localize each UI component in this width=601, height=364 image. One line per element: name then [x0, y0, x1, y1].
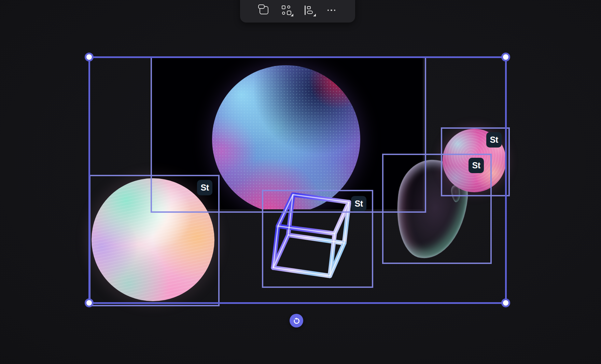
selection-handle-top-left[interactable] [85, 53, 94, 61]
selection-handle-bottom-left[interactable] [85, 298, 94, 307]
selection-outer-box [88, 56, 507, 304]
stock-badge: St [351, 196, 366, 211]
floating-toolbar [240, 0, 355, 23]
frame-tool-button[interactable] [256, 3, 272, 17]
rotate-button[interactable] [290, 314, 303, 327]
editor-canvas: St St St St [0, 0, 601, 364]
stock-badge: St [197, 180, 212, 195]
arrange-grid-icon [282, 5, 291, 15]
frame-icon [260, 6, 268, 14]
align-left-icon [305, 5, 313, 15]
selection-handle-bottom-right[interactable] [501, 298, 510, 307]
stock-badge: St [486, 132, 502, 148]
selection-handle-top-right[interactable] [501, 53, 510, 61]
stock-badge: St [469, 158, 484, 173]
rotate-ccw-icon [292, 317, 300, 325]
align-button[interactable] [301, 3, 317, 17]
dropdown-caret-icon [313, 14, 316, 16]
ellipsis-icon [327, 10, 336, 11]
more-options-button[interactable] [323, 3, 340, 17]
arrange-button[interactable] [278, 3, 295, 17]
dropdown-caret-icon [291, 14, 293, 16]
